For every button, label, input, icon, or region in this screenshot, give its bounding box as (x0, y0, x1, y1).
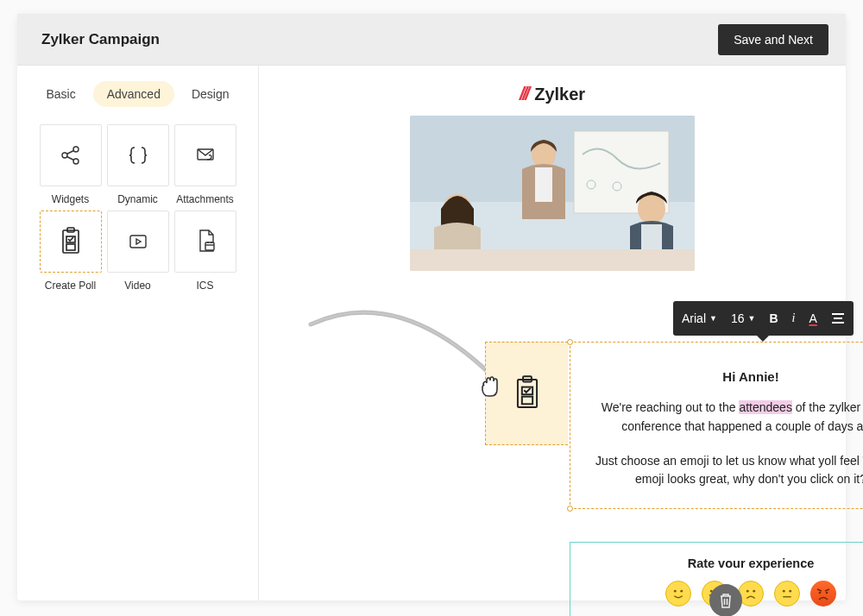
align-icon (831, 312, 845, 324)
delete-button[interactable] (709, 584, 742, 616)
svg-line-3 (66, 151, 73, 154)
widget-label: Dynamic (107, 193, 169, 205)
paragraph-1: We're reaching out to the attendees of t… (581, 399, 863, 436)
trash-icon (718, 592, 734, 609)
poll-icon (513, 375, 541, 412)
svg-point-1 (73, 147, 79, 152)
tab-design[interactable]: Design (178, 81, 243, 107)
svg-point-43 (826, 592, 828, 594)
svg-point-2 (73, 159, 79, 164)
resize-handle[interactable] (567, 506, 573, 512)
widget-video[interactable] (107, 211, 169, 273)
paragraph-2: Just choose an emoji to let us know what… (581, 452, 863, 489)
braces-icon (125, 142, 151, 168)
resize-handle[interactable] (567, 339, 573, 345)
campaign-title: Zylker Campaign (41, 31, 160, 48)
widget-label: Attachments (174, 193, 236, 205)
widget-label: Widgets (40, 193, 102, 205)
greeting-text: Hi Annie! (581, 367, 863, 387)
tab-basic[interactable]: Basic (32, 81, 89, 107)
svg-point-39 (783, 590, 785, 593)
header: Zylker Campaign Save and Next (17, 14, 846, 66)
widget-grid: Widgets Dynamic (31, 124, 244, 292)
widget-widgets[interactable] (40, 124, 102, 186)
sidebar: Basic Advanced Design Widgets (17, 66, 259, 600)
svg-line-4 (66, 157, 73, 160)
svg-point-33 (674, 590, 677, 593)
align-button[interactable] (831, 312, 845, 324)
emoji-angry[interactable] (810, 581, 836, 607)
italic-button[interactable]: i (792, 311, 796, 325)
svg-rect-29 (521, 397, 532, 405)
svg-rect-11 (205, 242, 214, 250)
svg-point-38 (753, 590, 755, 593)
video-icon (125, 229, 151, 255)
highlighted-word: attendees (739, 400, 792, 414)
campaign-editor-window: Zylker Campaign Save and Next Basic Adva… (17, 14, 846, 600)
save-and-next-button[interactable]: Save and Next (718, 24, 828, 55)
brand-name: Zylker (534, 85, 585, 104)
svg-rect-25 (410, 249, 695, 271)
hero-image (410, 116, 695, 271)
widget-label: Create Poll (40, 280, 102, 292)
font-selector[interactable]: Arial▼ (682, 311, 717, 325)
svg-point-40 (789, 590, 791, 593)
svg-rect-26 (517, 380, 536, 407)
widget-label: Video (107, 280, 169, 292)
main-area: Basic Advanced Design Widgets (17, 66, 846, 600)
meeting-illustration (410, 116, 695, 271)
poll-title: Rate vour experience (579, 556, 863, 570)
svg-rect-10 (130, 236, 146, 248)
widget-ics[interactable] (174, 211, 236, 273)
attachment-icon (192, 142, 218, 168)
widget-create-poll[interactable] (40, 211, 102, 273)
svg-point-34 (680, 590, 683, 593)
poll-icon (60, 227, 82, 256)
widget-dynamic[interactable] (107, 124, 169, 186)
bold-button[interactable]: B (769, 311, 778, 325)
text-content-block[interactable]: Hi Annie! We're reaching out to the atte… (570, 342, 863, 509)
emoji-smile[interactable] (665, 581, 691, 607)
grab-cursor-icon (476, 372, 505, 401)
widget-attachments[interactable] (174, 124, 236, 186)
email-canvas: /// Zylker (259, 66, 846, 600)
svg-point-0 (62, 153, 67, 158)
ics-icon (193, 228, 217, 255)
tab-advanced[interactable]: Advanced (93, 81, 174, 107)
size-selector[interactable]: 16▼ (731, 311, 756, 325)
svg-point-42 (819, 592, 822, 594)
brand: /// Zylker (259, 83, 846, 105)
emoji-neutral[interactable] (774, 581, 800, 607)
svg-point-37 (746, 590, 749, 593)
share-icon (58, 142, 84, 168)
svg-rect-6 (63, 230, 79, 253)
brand-logo-icon: /// (520, 83, 527, 105)
widget-label: ICS (174, 280, 236, 292)
text-format-toolbar: Arial▼ 16▼ B i A (673, 301, 854, 336)
sidebar-tabs: Basic Advanced Design (31, 81, 244, 107)
text-color-button[interactable]: A (809, 311, 816, 325)
svg-rect-9 (66, 244, 75, 250)
svg-rect-21 (535, 167, 552, 202)
